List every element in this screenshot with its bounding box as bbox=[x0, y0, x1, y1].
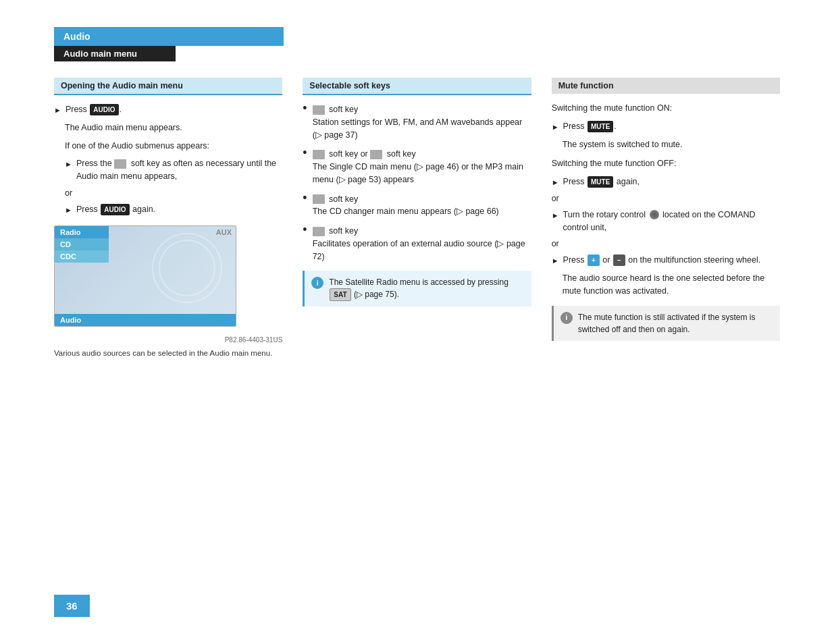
arrow-icon-mute-on: ► bbox=[552, 122, 559, 133]
info-text: The Satellite Radio menu is accessed by … bbox=[329, 276, 524, 301]
mute-off-instruction-2: ► Turn the rotary control located on the… bbox=[552, 209, 780, 234]
section-subtitle: Audio main menu bbox=[63, 49, 137, 59]
info-box-sat: i The Satellite Radio menu is accessed b… bbox=[303, 271, 531, 306]
rotary-icon bbox=[650, 210, 659, 219]
col2: Selectable soft keys • soft key Station … bbox=[303, 78, 531, 359]
bullet-item-1: • soft key Station settings for WB, FM, … bbox=[303, 103, 531, 141]
bullet-item-4: • soft key Facilitates operation of an e… bbox=[303, 225, 531, 263]
audio-key-2: AUDIO bbox=[101, 204, 129, 215]
info-mute-text: The mute function is still activated if … bbox=[578, 311, 773, 336]
page-badge: 36 bbox=[54, 595, 90, 617]
screen-audio-label: Audio bbox=[60, 316, 81, 324]
col1-header: Opening the Audio main menu bbox=[54, 78, 282, 95]
section-subheader: Audio main menu bbox=[54, 46, 176, 61]
arrow-icon-3: ► bbox=[65, 205, 72, 216]
col1-header-text: Opening the Audio main menu bbox=[61, 81, 183, 90]
bullet-content-3: soft key The CD changer main menu appear… bbox=[313, 193, 531, 219]
mute-on-instruction: ► Press MUTE. bbox=[552, 120, 780, 133]
figure-ref: P82.86-4403-31US bbox=[54, 336, 282, 344]
section-header: Audio bbox=[54, 27, 284, 46]
bullet-dot-2: • bbox=[303, 146, 307, 159]
col2-header: Selectable soft keys bbox=[303, 78, 531, 95]
caption-text: Various audio sources can be selected in… bbox=[54, 348, 282, 359]
arrow-icon-2: ► bbox=[65, 159, 72, 170]
or-text-1: or bbox=[65, 188, 282, 198]
arrow-icon-1: ► bbox=[54, 105, 61, 116]
mute-off-text-3: Press + or − on the multifunction steeri… bbox=[563, 254, 761, 267]
sat-key: SAT bbox=[330, 288, 350, 301]
bullet-item-3: • soft key The CD changer main menu appe… bbox=[303, 193, 531, 219]
bullet-content-1: soft key Station settings for WB, FM, an… bbox=[313, 103, 531, 141]
plus-key: + bbox=[588, 254, 600, 266]
soft-key-icon-radio bbox=[313, 105, 325, 115]
col3-header-text: Mute function bbox=[558, 81, 614, 90]
mute-on-result: The system is switched to mute. bbox=[563, 138, 780, 151]
mute-off-text-2: Turn the rotary control located on the C… bbox=[563, 209, 780, 234]
soft-key-icon-1 bbox=[114, 159, 126, 169]
step1-instruction: ► Press AUDIO. bbox=[54, 103, 282, 116]
or-text-mute-1: or bbox=[552, 194, 780, 203]
bullet-item-2: • soft key or soft key The Single CD mai… bbox=[303, 148, 531, 186]
col3: Mute function Switching the mute functio… bbox=[552, 78, 780, 359]
soft-key-icon-cd bbox=[313, 150, 325, 159]
screen-cdc-item: CDC bbox=[55, 250, 109, 263]
bullet-dot-3: • bbox=[303, 192, 307, 204]
step3-text: Press AUDIO again. bbox=[76, 203, 155, 216]
step2-text: Press the soft key as often as necessary… bbox=[76, 157, 282, 183]
soft-key-icon-mp3 bbox=[370, 150, 382, 159]
screen-bottom-label: Audio bbox=[55, 314, 236, 326]
arrow-icon-mute-off-1: ► bbox=[552, 177, 559, 188]
screen-display: Radio CD CDC AUX bbox=[55, 226, 236, 314]
step2-instruction: ► Press the soft key as often as necessa… bbox=[65, 157, 282, 183]
or-text-mute-2: or bbox=[552, 239, 780, 248]
screen-aux-label: AUX bbox=[216, 228, 232, 236]
screen-cd-item: CD bbox=[55, 238, 109, 250]
info-icon-gray: i bbox=[561, 312, 573, 324]
soft-key-icon-aux bbox=[313, 227, 325, 236]
section-title: Audio bbox=[63, 31, 90, 42]
minus-key: − bbox=[613, 254, 625, 266]
col2-header-text: Selectable soft keys bbox=[309, 81, 390, 90]
bullet-dot-1: • bbox=[303, 102, 307, 114]
caption-content: Various audio sources can be selected in… bbox=[54, 349, 272, 357]
page-container: Audio Audio main menu Opening the Audio … bbox=[0, 0, 834, 644]
switching-off-text: Switching the mute function OFF: bbox=[552, 159, 677, 168]
bullet-content-4: soft key Facilitates operation of an ext… bbox=[313, 225, 531, 263]
mute-key-1: MUTE bbox=[588, 121, 613, 132]
screen-menu-items: Radio CD CDC bbox=[55, 226, 109, 263]
arrow-icon-mute-off-3: ► bbox=[552, 255, 559, 267]
arrow-icon-mute-off-2: ► bbox=[552, 210, 559, 221]
step1-text: Press AUDIO. bbox=[66, 103, 122, 116]
mute-off-instruction-1: ► Press MUTE again, bbox=[552, 176, 780, 188]
mute-key-2: MUTE bbox=[588, 176, 613, 188]
audio-key-1: AUDIO bbox=[90, 104, 118, 115]
columns: Opening the Audio main menu ► Press AUDI… bbox=[54, 78, 780, 359]
page-number: 36 bbox=[66, 600, 78, 612]
bullet-content-2: soft key or soft key The Single CD main … bbox=[313, 148, 531, 186]
figure-ref-text: P82.86-4403-31US bbox=[225, 336, 283, 344]
bullet-dot-4: • bbox=[303, 223, 307, 236]
mute-off-instruction-3: ► Press + or − on the multifunction stee… bbox=[552, 254, 780, 267]
info-box-mute: i The mute function is still activated i… bbox=[552, 306, 780, 341]
step1-result: The Audio main menu appears. bbox=[65, 122, 282, 134]
mute-on-text: Press MUTE. bbox=[563, 120, 617, 133]
soft-key-icon-cdc bbox=[313, 194, 325, 204]
screen-mockup: Radio CD CDC AUX Audio bbox=[54, 225, 236, 327]
switching-on-text: Switching the mute function ON: bbox=[552, 103, 673, 113]
mute-off-text-1: Press MUTE again, bbox=[563, 176, 640, 188]
screen-radio-item: Radio bbox=[55, 226, 109, 238]
info-icon: i bbox=[311, 277, 323, 289]
col3-header: Mute function bbox=[552, 78, 780, 94]
step3-instruction: ► Press AUDIO again. bbox=[65, 203, 282, 216]
mute-result-text: The audio source heard is the one select… bbox=[563, 272, 780, 298]
switching-on-label: Switching the mute function ON: bbox=[552, 102, 780, 115]
switching-off-label: Switching the mute function OFF: bbox=[552, 157, 780, 170]
col1: Opening the Audio main menu ► Press AUDI… bbox=[54, 78, 282, 359]
step1-conditional: If one of the Audio submenus appears: bbox=[65, 140, 282, 153]
